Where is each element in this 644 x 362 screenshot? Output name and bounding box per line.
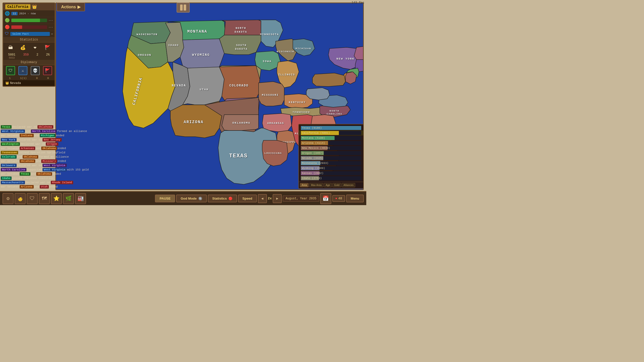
globe-icon: 🌐 [5,11,10,16]
god-mode-icon: 🔘 [198,197,202,200]
event-text: War between [1,134,19,137]
rank-tab-area[interactable]: Area [300,183,309,187]
svg-marker-76 [312,73,345,87]
statistics-label: Statistics [212,197,227,200]
rank-label: Wyoming (2889) [302,166,325,170]
skull-dip-icon[interactable]: 💀 [31,66,40,75]
god-mode-button[interactable]: God Mode 🔘 [176,195,207,202]
tool-btn-leaf[interactable]: 🌿 [63,193,74,204]
health-icon: 🟢 [5,18,10,23]
date-display: August, Year 2035 [283,196,319,202]
event-tag: West Virginia [1,129,25,133]
event-text: and [36,147,41,150]
event-log: Texasdeclared war onOklahomaWest Virgini… [0,125,98,189]
flag-dip-icon[interactable]: 🚩 [43,66,52,75]
event-line: War betweenArkansasandOklahomaended [0,146,98,150]
rank-item[interactable]: Idaho (2753) [299,176,363,181]
svg-marker-35 [219,66,260,100]
tool-btn-star[interactable]: ⭐ [51,193,62,204]
stat-gold: 359 [23,53,29,59]
pause-button[interactable] [177,3,190,13]
income-bar-fill [11,25,22,29]
rank-tab-max-area[interactable]: Max Area [309,183,323,187]
menu-button[interactable]: Menu [346,195,364,202]
event-text: with 153 gold [67,168,89,171]
rank-label: Oregon (3457) [302,151,324,155]
rank-bar: Minnesota (2933) [301,161,361,165]
calendar-icon[interactable]: 📅 [320,193,331,204]
rank-tab-gold[interactable]: Gold [332,183,341,187]
speed-button[interactable]: Speed [238,195,257,202]
event-text: ended [56,134,64,137]
event-line: Delawaredeclared war onWest Virginia [0,163,98,167]
speed-decrease-btn[interactable]: ◀ [258,194,267,203]
alliance-dip-icon[interactable]: 🛡 [6,66,15,75]
state-name-bar: California 👑 [5,4,37,9]
event-tag: Arkansas [20,147,35,150]
rank-item[interactable]: Minnesota (2933) [299,161,363,166]
event-text: ended [49,185,58,188]
rank-item[interactable]: California (5801) [299,130,363,135]
left-panel: California 👑 🌐 11 2024 - now 🟢 --- 🔴 ---… [3,3,55,87]
svg-marker-9 [222,20,261,37]
event-tag: Washington [1,142,20,146]
event-text: War between [1,185,19,188]
rank-item[interactable]: Kansas (2882) [299,171,363,176]
event-text: ended [58,160,66,163]
rank-item[interactable]: Wyoming (2889) [299,166,363,171]
year-row: 🌐 11 2024 - now [3,10,55,17]
pause-bottom-button[interactable]: PAUSE [155,195,175,202]
tool-btn-person[interactable]: 🧑 [15,193,26,204]
event-tag: North Carolina [31,129,57,133]
rank-tab-age[interactable]: Age [324,183,332,187]
event-tag: Rhode Island [51,181,73,184]
rank-bar: Kansas (2882) [301,171,361,175]
event-tag: Oklahoma [37,125,53,129]
alliance-bar: Salem Pact [10,32,50,36]
rank-bar: Texas (9186) [301,126,361,130]
stat-population: 5801 5832 [8,53,15,59]
svg-marker-21 [180,39,224,68]
health-row: 🟢 --- [3,17,55,24]
notification-button[interactable]: ● 48 [332,195,345,202]
actions-button[interactable]: Actions ▶ [57,3,85,11]
year-range: 2024 - now [19,12,36,15]
event-line: North CarolinasupportedWest Virginiawith… [0,168,98,172]
event-text: declared war on [17,164,42,167]
stat-growth: 2% [46,53,50,59]
tool-btn-factory[interactable]: 🏭 [75,193,86,204]
event-tag: North Carolina [1,168,26,171]
population-icon: 🏔 [7,43,15,52]
rank-item[interactable]: New Mexico (4039) [299,146,363,151]
event-text: and [31,172,36,175]
rank-label: Texas (9186) [302,126,322,130]
rank-bar: California (5801) [301,131,361,135]
dip-num-4: 0 [47,77,49,80]
diplomacy-section-title: Diplomacy [3,60,55,65]
alliance-row: 🛡 Salem Pact ✏ [3,31,55,37]
svg-marker-52 [222,115,259,130]
rank-item[interactable]: Montana (5180) [299,135,363,141]
rank-item[interactable]: Texas (9186) [299,125,363,130]
rank-tab-alliances[interactable]: Alliances [342,183,355,187]
rank-item[interactable]: Oregon (3457) [299,151,363,156]
speed-increase-btn[interactable]: ▶ [273,194,282,203]
event-text: joined Operation Springfield [19,151,65,154]
diplomacy-numbers: 1 1(1) 0 0 [3,76,55,80]
rank-bar: Nevada (3425) [301,156,361,160]
pause-label: PAUSE [159,197,171,200]
event-line: West VirginiaandNorth Carolinaformed an … [0,129,98,133]
edit-icon[interactable]: ✏ [51,32,53,36]
rank-item[interactable]: Nevada (3425) [299,156,363,161]
event-line: Washingtondeclared war onOregon [0,142,98,146]
statistics-section-title: Statistics [3,37,55,42]
rank-item[interactable]: Arizona (4114) [299,141,363,146]
tool-btn-map[interactable]: 🗺 [39,193,50,204]
event-tag: Texas [20,172,30,176]
tool-btn-gear[interactable]: ⚙ [3,193,14,204]
statistics-bottom-button[interactable]: Statistics 🔴 [208,195,237,202]
crown-icon: 👑 [32,4,37,9]
tool-btn-shield[interactable]: 🛡 [27,193,38,204]
income-icon: 🔴 [5,25,10,30]
war-dip-icon[interactable]: ⚔ [18,66,27,75]
